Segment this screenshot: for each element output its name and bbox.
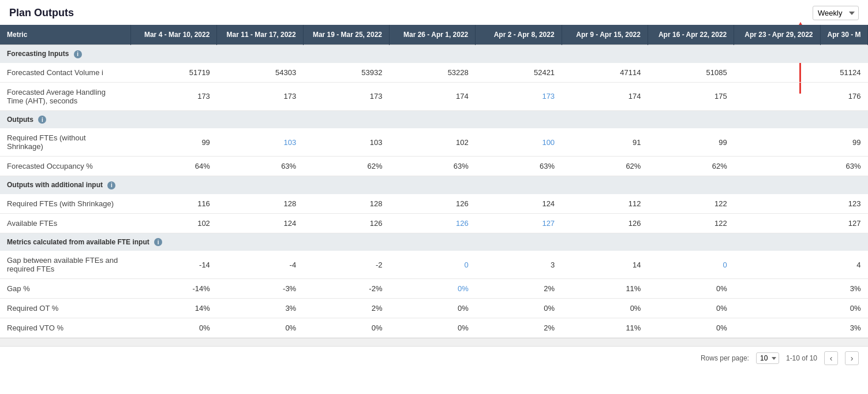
page-info: 1-10 of 10 [786, 354, 817, 362]
row-required-vto: Required VTO % 0% 0% 0% 0% 2% 11% 0% 3% [0, 318, 868, 338]
cell-apr30: 127 [820, 213, 867, 233]
metric-label: Required FTEs (with Shrinkage) [0, 194, 131, 214]
cell-mar26: 126 [389, 213, 475, 233]
cell-apr23 [734, 63, 820, 83]
section-outputs: Outputs i [0, 110, 868, 128]
cell-apr16: 122 [648, 194, 734, 214]
cell-mar19: -2% [303, 279, 389, 299]
cell-apr23 [734, 251, 820, 279]
prev-page-button[interactable]: ‹ [824, 351, 838, 365]
cell-mar26: 126 [389, 194, 475, 214]
section-metrics-calculated: Metrics calculated from available FTE in… [0, 233, 868, 251]
cell-apr30: 176 [820, 82, 867, 110]
cell-mar11: 3% [217, 299, 303, 318]
cell-apr2: 52421 [476, 63, 562, 83]
plan-outputs-table: Metric Mar 4 - Mar 10, 2022 Mar 11 - Mar… [0, 25, 868, 338]
next-page-button[interactable]: › [845, 351, 859, 365]
cell-apr23 [734, 299, 820, 318]
cell-mar11: 103 [217, 128, 303, 157]
row-forecasted-aht: Forecasted Average Handling Time (AHT), … [0, 82, 868, 110]
rows-per-page-select[interactable]: 5 10 25 50 [756, 352, 779, 364]
cell-mar11: -4 [217, 251, 303, 279]
cell-apr30: 4 [820, 251, 867, 279]
cell-mar19: 173 [303, 82, 389, 110]
cell-apr9: 174 [562, 82, 648, 110]
cell-apr9: 14 [562, 251, 648, 279]
metric-label: Forecasted Contact Volume i [0, 63, 131, 83]
cell-mar26: 174 [389, 82, 475, 110]
horizontal-scrollbar[interactable] [0, 338, 868, 346]
table-container: Metric Mar 4 - Mar 10, 2022 Mar 11 - Mar… [0, 25, 868, 338]
cell-mar26: 102 [389, 128, 475, 157]
cell-apr30: 51124 [820, 63, 867, 83]
col-metric: Metric [0, 25, 131, 45]
cell-mar4: 64% [131, 157, 217, 176]
info-icon-outputs-additional[interactable]: i [107, 181, 115, 189]
footer: Rows per page: 5 10 25 50 1-10 of 10 ‹ › [0, 346, 868, 370]
cell-mar4: 0% [131, 318, 217, 338]
page-title: Plan Outputs [9, 7, 74, 19]
cell-mar11: 0% [217, 318, 303, 338]
col-apr23: Apr 23 - Apr 29, 2022 [734, 25, 820, 45]
section-label: Outputs [7, 116, 33, 124]
metric-label: Required OT % [0, 299, 131, 318]
cell-apr30: 63% [820, 157, 867, 176]
row-gap-pct: Gap % -14% -3% -2% 0% 2% 11% 0% 3% [0, 279, 868, 299]
cell-apr2: 127 [476, 213, 562, 233]
cell-apr16: 62% [648, 157, 734, 176]
row-gap-ftes: Gap between available FTEs and required … [0, 251, 868, 279]
cell-mar26: 53228 [389, 63, 475, 83]
cell-apr9: 11% [562, 279, 648, 299]
cell-mar26: 0 [389, 251, 475, 279]
metric-label: Forecasted Occupancy % [0, 157, 131, 176]
cell-apr9: 47114 [562, 63, 648, 83]
cell-mar11: 173 [217, 82, 303, 110]
info-icon-metrics-calculated[interactable]: i [154, 238, 162, 246]
cell-apr30: 99 [820, 128, 867, 157]
col-mar26: Mar 26 - Apr 1, 2022 [389, 25, 475, 45]
cell-apr16: 122 [648, 213, 734, 233]
cell-apr2: 173 [476, 82, 562, 110]
col-mar4: Mar 4 - Mar 10, 2022 [131, 25, 217, 45]
col-mar19: Mar 19 - Mar 25, 2022 [303, 25, 389, 45]
cell-mar19: 0% [303, 318, 389, 338]
cell-apr9: 91 [562, 128, 648, 157]
cell-apr16: 0% [648, 279, 734, 299]
rows-per-page-label: Rows per page: [701, 354, 749, 362]
cell-apr16: 0% [648, 318, 734, 338]
cell-apr16: 175 [648, 82, 734, 110]
row-available-ftes: Available FTEs 102 124 126 126 127 126 1… [0, 213, 868, 233]
cell-apr2: 0% [476, 299, 562, 318]
cell-mar4: 173 [131, 82, 217, 110]
info-icon-outputs[interactable]: i [38, 116, 46, 124]
metric-label: Forecasted Average Handling Time (AHT), … [0, 82, 131, 110]
cell-apr23 [734, 194, 820, 214]
row-forecasted-occupancy: Forecasted Occupancy % 64% 63% 62% 63% 6… [0, 157, 868, 176]
cell-mar19: 128 [303, 194, 389, 214]
cell-mar19: -2 [303, 251, 389, 279]
cell-mar11: 54303 [217, 63, 303, 83]
cell-apr9: 112 [562, 194, 648, 214]
page-wrapper: Plan Outputs Daily Weekly Monthly [0, 0, 868, 394]
metric-label: Required FTEs (without Shrinkage) [0, 128, 131, 157]
col-apr16: Apr 16 - Apr 22, 2022 [648, 25, 734, 45]
cell-mar4: 14% [131, 299, 217, 318]
section-label: Metrics calculated from available FTE in… [7, 238, 149, 246]
info-icon-contact-volume[interactable]: i [102, 68, 103, 77]
row-required-ftes-without-shrinkage: Required FTEs (without Shrinkage) 99 103… [0, 128, 868, 157]
cell-apr30: 3% [820, 279, 867, 299]
cell-apr23 [734, 157, 820, 176]
cell-mar4: 102 [131, 213, 217, 233]
metric-label: Gap between available FTEs and required … [0, 251, 131, 279]
cell-apr2: 63% [476, 157, 562, 176]
col-apr30: Apr 30 - M [820, 25, 867, 45]
cell-mar19: 62% [303, 157, 389, 176]
col-mar11: Mar 11 - Mar 17, 2022 [217, 25, 303, 45]
col-apr2: Apr 2 - Apr 8, 2022 [476, 25, 562, 45]
frequency-dropdown[interactable]: Daily Weekly Monthly [813, 6, 859, 20]
cell-mar11: 63% [217, 157, 303, 176]
cell-apr2: 2% [476, 318, 562, 338]
cell-apr23 [734, 82, 820, 110]
info-icon-forecasting[interactable]: i [74, 50, 82, 58]
cell-apr16: 0 [648, 251, 734, 279]
